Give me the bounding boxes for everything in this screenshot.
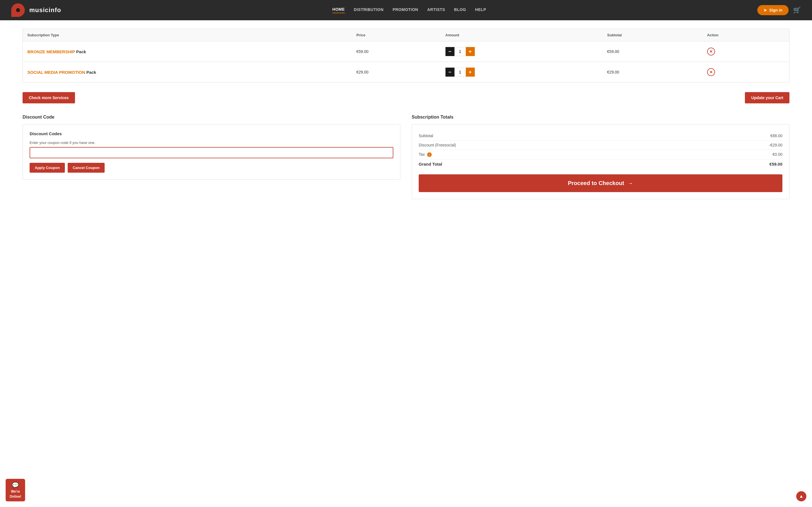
nav-promotion[interactable]: PROMOTION [393, 7, 418, 13]
nav-home[interactable]: HOME [333, 7, 345, 13]
cart-item-2-black: Pack [85, 70, 96, 75]
remove-item-1-button[interactable]: ✕ [707, 48, 715, 55]
discount-section-title: Discount Code [22, 115, 400, 120]
update-cart-button[interactable]: Update your Cart [745, 92, 790, 103]
cart-icon[interactable]: 🛒 [793, 6, 801, 14]
totals-section-title: Subscription Totals [412, 115, 790, 120]
cart-item-2-qty: − + [441, 62, 603, 82]
cart-item-1-subtotal: €59.00 [603, 41, 702, 62]
tax-info-icon: i [427, 152, 432, 157]
proceed-arrow-icon: → [627, 180, 633, 186]
qty-control-1: − + [446, 47, 598, 56]
cart-item-1-action: ✕ [703, 41, 790, 62]
totals-row-tax: Tax i €0.00 [419, 150, 782, 159]
coupon-label: Enter your coupon code if you have one. [30, 140, 393, 145]
totals-section: Subscription Totals Subtotal €88.00 Disc… [412, 115, 790, 199]
totals-grand-label: Grand Total [419, 162, 442, 166]
proceed-label: Proceed to Checkout [568, 180, 624, 186]
cart-table: Subscription Type Price Amount Subtotal … [22, 29, 790, 82]
logo-area: musicinfo [11, 3, 61, 17]
apply-coupon-button[interactable]: Apply Coupon [30, 163, 65, 173]
cart-item-1-price: €59.00 [352, 41, 441, 62]
logo-icon [11, 3, 25, 17]
cart-item-2-orange: SOCIAL MEDIA PROMOTION [28, 70, 85, 75]
nav-blog[interactable]: BLOG [454, 7, 466, 13]
qty-minus-1[interactable]: − [446, 47, 455, 56]
cart-item-1-black: Pack [75, 49, 86, 54]
totals-row-discount: Discount (Freesocial) -€29.00 [419, 140, 782, 150]
cart-item-1-orange: BRONZE MEMBERSHIP [28, 49, 75, 54]
coupon-buttons: Apply Coupon Cancel Coupon [30, 163, 393, 173]
cart-actions: Check more Services Update your Cart [22, 89, 790, 103]
col-action: Action [703, 29, 790, 41]
totals-subtotal-label: Subtotal [419, 133, 433, 138]
totals-subtotal-value: €88.00 [770, 133, 782, 138]
main-content: Subscription Type Price Amount Subtotal … [0, 20, 812, 216]
col-subtotal: Subtotal [603, 29, 702, 41]
qty-plus-2[interactable]: + [466, 68, 475, 76]
nav-artists[interactable]: ARTISTS [427, 7, 445, 13]
cancel-coupon-button[interactable]: Cancel Coupon [68, 163, 105, 173]
totals-row-subtotal: Subtotal €88.00 [419, 131, 782, 140]
cart-item-2-subtotal: €29.00 [603, 62, 702, 82]
totals-discount-label: Discount (Freesocial) [419, 143, 456, 147]
sign-in-button[interactable]: ➤ Sign in [757, 5, 789, 15]
discount-section: Discount Code Discount Codes Enter your … [22, 115, 400, 199]
nav-distribution[interactable]: DISTRIBUTION [354, 7, 384, 13]
sign-in-arrow-icon: ➤ [763, 8, 767, 12]
cart-row-1: BRONZE MEMBERSHIP Pack €59.00 − + €59.00… [23, 41, 790, 62]
qty-input-2[interactable] [455, 68, 466, 76]
proceed-to-checkout-button[interactable]: Proceed to Checkout → [419, 174, 782, 192]
cart-item-2-action: ✕ [703, 62, 790, 82]
totals-row-grand-total: Grand Total €59.00 [419, 159, 782, 169]
col-price: Price [352, 29, 441, 41]
totals-tax-label: Tax i [419, 152, 432, 157]
coupon-input[interactable] [30, 147, 393, 158]
sign-in-label: Sign in [769, 8, 782, 12]
col-subscription-type: Subscription Type [23, 29, 352, 41]
logo-text: musicinfo [29, 6, 61, 14]
discount-box: Discount Codes Enter your coupon code if… [22, 124, 400, 180]
remove-item-2-button[interactable]: ✕ [707, 68, 715, 76]
cart-item-2-price: €29.00 [352, 62, 441, 82]
main-nav: HOME DISTRIBUTION PROMOTION ARTISTS BLOG… [333, 7, 486, 13]
totals-grand-value: €59.00 [769, 162, 782, 166]
qty-plus-1[interactable]: + [466, 47, 475, 56]
totals-tax-value: €0.00 [772, 152, 782, 157]
cart-item-1-qty: − + [441, 41, 603, 62]
totals-discount-value: -€29.00 [769, 143, 782, 147]
check-services-button[interactable]: Check more Services [22, 92, 75, 103]
discount-box-title: Discount Codes [30, 131, 393, 136]
nav-help[interactable]: HELP [475, 7, 486, 13]
col-amount: Amount [441, 29, 603, 41]
cart-item-2-name: SOCIAL MEDIA PROMOTION Pack [23, 62, 352, 82]
cart-row-2: SOCIAL MEDIA PROMOTION Pack €29.00 − + €… [23, 62, 790, 82]
totals-box: Subtotal €88.00 Discount (Freesocial) -€… [412, 124, 790, 199]
bottom-section: Discount Code Discount Codes Enter your … [22, 115, 790, 199]
qty-control-2: − + [446, 68, 598, 76]
cart-item-1-name: BRONZE MEMBERSHIP Pack [23, 41, 352, 62]
header: musicinfo HOME DISTRIBUTION PROMOTION AR… [0, 0, 812, 20]
qty-input-1[interactable] [455, 47, 466, 56]
header-right: ➤ Sign in 🛒 [757, 5, 801, 15]
qty-minus-2[interactable]: − [446, 68, 455, 76]
